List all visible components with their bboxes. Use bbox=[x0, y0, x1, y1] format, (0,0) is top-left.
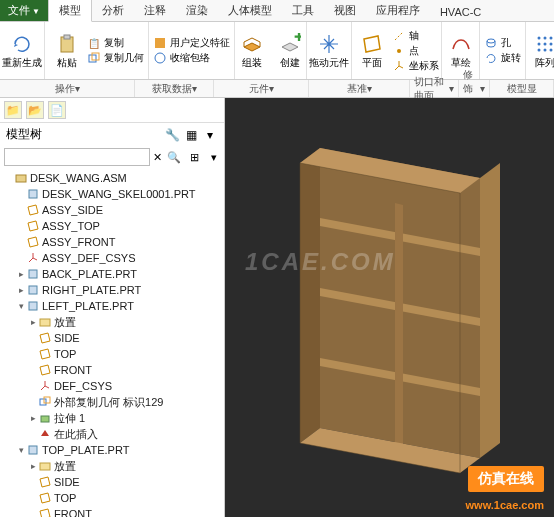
tab-view[interactable]: 视图 bbox=[324, 0, 366, 21]
hole-icon bbox=[484, 36, 498, 50]
prt-icon bbox=[26, 299, 40, 313]
tab-analysis[interactable]: 分析 bbox=[92, 0, 134, 21]
tree-node[interactable]: TOP bbox=[0, 490, 224, 506]
tree-node[interactable]: ▸放置 bbox=[0, 458, 224, 474]
tree-display-icon[interactable]: ▦ bbox=[183, 127, 199, 143]
tree-node[interactable]: 在此插入 bbox=[0, 426, 224, 442]
tree-node[interactable]: ASSY_SIDE bbox=[0, 202, 224, 218]
3d-viewport[interactable]: 1CAE.COM 仿真在线 www.1cae.com bbox=[225, 98, 554, 517]
panel-tab-1[interactable]: 📁 bbox=[4, 101, 22, 119]
hole-button[interactable]: 孔 bbox=[484, 36, 521, 50]
dtm-icon bbox=[38, 363, 52, 377]
asm-icon bbox=[14, 171, 28, 185]
tab-manikin[interactable]: 人体模型 bbox=[218, 0, 282, 21]
tree-node[interactable]: ▸RIGHT_PLATE.PRT bbox=[0, 282, 224, 298]
pattern-label: 阵列 bbox=[535, 56, 555, 70]
tree-twisty[interactable]: ▾ bbox=[16, 445, 26, 455]
copy-icon: 📋 bbox=[87, 36, 101, 50]
clear-search-icon[interactable]: ✕ bbox=[153, 151, 162, 164]
tree-node[interactable]: ▾LEFT_PLATE.PRT bbox=[0, 298, 224, 314]
tree-node[interactable]: ▸放置 bbox=[0, 314, 224, 330]
expand-all-icon[interactable]: ⊞ bbox=[185, 148, 203, 166]
filter-icon[interactable]: ▾ bbox=[205, 148, 223, 166]
drag-label: 拖动元件 bbox=[309, 56, 349, 70]
create-button[interactable]: ✚ 创建 bbox=[272, 32, 308, 70]
pattern-button[interactable]: 阵列 bbox=[527, 32, 555, 70]
tree-settings-icon[interactable]: 🔧 bbox=[164, 127, 180, 143]
tree-node[interactable]: ASSY_FRONT bbox=[0, 234, 224, 250]
rotate-icon bbox=[484, 51, 498, 65]
binoculars-icon[interactable]: 🔍 bbox=[165, 148, 183, 166]
point-label: 点 bbox=[409, 44, 419, 58]
panel-tab-2[interactable]: 📂 bbox=[26, 101, 44, 119]
copy-geometry-button[interactable]: 复制几何 bbox=[87, 51, 144, 65]
drag-component-button[interactable]: 拖动元件 bbox=[311, 32, 347, 70]
tree-node[interactable]: ▸BACK_PLATE.PRT bbox=[0, 266, 224, 282]
tree-twisty[interactable]: ▸ bbox=[28, 317, 38, 327]
tree-twisty[interactable]: ▸ bbox=[28, 413, 38, 423]
tab-hvac[interactable]: HVAC-C bbox=[430, 3, 491, 21]
tree-node[interactable]: FRONT bbox=[0, 362, 224, 378]
tree-twisty[interactable]: ▸ bbox=[16, 285, 26, 295]
paste-button[interactable]: 粘贴 bbox=[49, 32, 85, 70]
rotate-button[interactable]: 旋转 bbox=[484, 51, 521, 65]
paste-icon bbox=[55, 32, 79, 56]
csys-button[interactable]: 坐标系 bbox=[392, 59, 439, 73]
dtm-icon bbox=[38, 507, 52, 517]
group-component: 元件 ▾ bbox=[214, 80, 309, 97]
prt-icon bbox=[26, 187, 40, 201]
panel-tab-3[interactable]: 📄 bbox=[48, 101, 66, 119]
tree-node-label: TOP_PLATE.PRT bbox=[42, 444, 129, 456]
tree-node-label: ASSY_TOP bbox=[42, 220, 100, 232]
tree-node[interactable]: DEF_CSYS bbox=[0, 378, 224, 394]
sketch-button[interactable]: 草绘 bbox=[443, 32, 479, 70]
dtm-icon bbox=[38, 491, 52, 505]
svg-rect-1 bbox=[64, 35, 70, 39]
tree-node-label: ASSY_SIDE bbox=[42, 204, 103, 216]
tree-node[interactable]: DESK_WANG_SKEL0001.PRT bbox=[0, 186, 224, 202]
assemble-button[interactable]: 组装 bbox=[234, 32, 270, 70]
point-icon bbox=[392, 44, 406, 58]
point-button[interactable]: 点 bbox=[392, 44, 439, 58]
tree-node[interactable]: DESK_WANG.ASM bbox=[0, 170, 224, 186]
svg-rect-27 bbox=[40, 319, 50, 326]
user-feature-button[interactable]: 用户定义特征 bbox=[153, 36, 230, 50]
tab-apps[interactable]: 应用程序 bbox=[366, 0, 430, 21]
tree-twisty[interactable]: ▸ bbox=[28, 461, 38, 471]
tree-dropdown-icon[interactable]: ▾ bbox=[202, 127, 218, 143]
tree-twisty[interactable]: ▸ bbox=[16, 269, 26, 279]
tree-node[interactable]: TOP bbox=[0, 346, 224, 362]
copy-button[interactable]: 📋复制 bbox=[87, 36, 144, 50]
tree-node[interactable]: ▾TOP_PLATE.PRT bbox=[0, 442, 224, 458]
tree-node[interactable]: 外部复制几何 标识129 bbox=[0, 394, 224, 410]
tree-twisty[interactable]: ▾ bbox=[16, 301, 26, 311]
csys-icon bbox=[38, 379, 52, 393]
tree-node[interactable]: ASSY_TOP bbox=[0, 218, 224, 234]
tree-search-input[interactable] bbox=[4, 148, 150, 166]
csys-icon bbox=[26, 251, 40, 265]
tree-node[interactable]: SIDE bbox=[0, 474, 224, 490]
plane-button[interactable]: 平面 bbox=[354, 32, 390, 70]
regenerate-button[interactable]: 重新生成 bbox=[4, 32, 40, 70]
model-tree[interactable]: DESK_WANG.ASMDESK_WANG_SKEL0001.PRTASSY_… bbox=[0, 168, 224, 517]
tree-node[interactable]: SIDE bbox=[0, 330, 224, 346]
model-tree-panel: 📁 📂 📄 模型树 🔧 ▦ ▾ ✕ 🔍 ⊞ ▾ DESK_WANG.ASMDES… bbox=[0, 98, 225, 517]
tree-node-label: DESK_WANG_SKEL0001.PRT bbox=[42, 188, 195, 200]
tab-tools[interactable]: 工具 bbox=[282, 0, 324, 21]
tab-render[interactable]: 渲染 bbox=[176, 0, 218, 21]
shrinkwrap-button[interactable]: 收缩包络 bbox=[153, 51, 230, 65]
tree-node[interactable]: ▸拉伸 1 bbox=[0, 410, 224, 426]
tree-node[interactable]: FRONT bbox=[0, 506, 224, 517]
svg-rect-24 bbox=[29, 270, 37, 278]
drag-icon bbox=[317, 32, 341, 56]
tab-file[interactable]: 文件▼ bbox=[0, 0, 48, 21]
rotate-label: 旋转 bbox=[501, 51, 521, 65]
tree-node[interactable]: ASSY_DEF_CSYS bbox=[0, 250, 224, 266]
axis-label: 轴 bbox=[409, 29, 419, 43]
dtm-icon bbox=[26, 235, 40, 249]
tab-annotate[interactable]: 注释 bbox=[134, 0, 176, 21]
dtm-icon bbox=[26, 219, 40, 233]
axis-button[interactable]: 轴 bbox=[392, 29, 439, 43]
tab-model[interactable]: 模型 bbox=[48, 0, 92, 22]
csys-icon bbox=[392, 59, 406, 73]
